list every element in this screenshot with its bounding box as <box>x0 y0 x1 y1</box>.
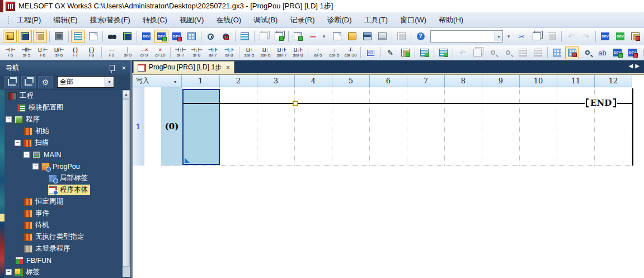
horizontal-line-button[interactable]: —F9 <box>104 45 120 60</box>
menu-diagnostics[interactable]: 诊断(D) <box>321 13 358 27</box>
paste-button[interactable] <box>545 30 559 43</box>
end-instruction[interactable]: END <box>585 98 617 108</box>
vertical-line-button[interactable]: │sF9 <box>120 45 136 60</box>
convert-all-button[interactable] <box>471 46 485 59</box>
tree-item-standby[interactable]: 待机 <box>4 219 123 231</box>
menu-online[interactable]: 在线(O) <box>210 13 247 27</box>
invert-result-rising-button[interactable]: ↑aF5 <box>310 45 326 60</box>
toolbar-overflow[interactable]: ▾ <box>321 34 327 39</box>
element-selection-button[interactable] <box>238 30 252 43</box>
comment-format-dropdown[interactable]: ab <box>595 46 609 59</box>
rising-pulse-branch-button[interactable]: ⊔↑saF5 <box>241 45 257 60</box>
collapse-toggle[interactable]: − <box>15 140 21 146</box>
delete-horizontal-line-button[interactable]: —×cF9 <box>136 45 152 60</box>
open-project-button[interactable] <box>345 30 359 43</box>
menu-window[interactable]: 窗口(W) <box>394 13 433 27</box>
io-check-button[interactable]: ⎓ <box>306 30 320 43</box>
tab-prev-icon[interactable]: ◀ <box>629 63 636 69</box>
menu-tools[interactable]: 工具(T) <box>358 13 394 27</box>
edit-note-button[interactable] <box>436 46 450 59</box>
new-project-button[interactable] <box>330 30 344 43</box>
tree-item-initial[interactable]: 初始 <box>4 125 123 137</box>
falling-pulse-branch-button[interactable]: ⊔↓saF6 <box>257 45 274 60</box>
menu-convert[interactable]: 转换(C) <box>137 13 173 27</box>
scrollbar-thumb[interactable] <box>123 99 130 267</box>
close-contact-button[interactable]: ⊣/⊢sF5 <box>18 45 35 60</box>
pin-icon[interactable] <box>110 65 115 71</box>
menu-project[interactable]: 工程(P) <box>11 13 47 27</box>
delete-rung-button[interactable] <box>531 46 545 59</box>
device-write-mode-button[interactable]: DEV <box>598 30 612 43</box>
menu-edit[interactable]: 编辑(E) <box>47 13 83 27</box>
tree-filter-combobox[interactable]: 全部 ▾ <box>57 76 114 88</box>
menu-search-replace[interactable]: 搜索/替换(F) <box>84 13 137 27</box>
tree-item-program-body[interactable]: 程序本体 <box>4 184 123 196</box>
edit-comment-button[interactable] <box>398 46 412 59</box>
close-icon[interactable]: × <box>121 64 126 72</box>
quick-find-input[interactable] <box>431 32 495 41</box>
device-display-dropdown-button[interactable]: DEV <box>139 30 153 43</box>
application-instruction-button[interactable]: { }F8 <box>83 45 100 60</box>
collapse-toggle[interactable]: − <box>6 269 12 275</box>
device-comment-display-button[interactable]: DEV <box>154 30 168 43</box>
edit-mode-header[interactable]: 写入 ▾ <box>133 75 182 87</box>
save-project-button[interactable] <box>360 30 374 43</box>
monitor-write-mode-button[interactable] <box>628 30 642 43</box>
device-find-button[interactable] <box>580 46 594 59</box>
parameter-button[interactable] <box>52 30 66 43</box>
device-list-button[interactable] <box>185 30 199 43</box>
ladder-cell[interactable] <box>370 87 407 166</box>
tree-item-fb-fun[interactable]: FB/FUN <box>4 255 123 266</box>
tree-item-event[interactable]: 事件 <box>4 208 123 219</box>
wiring-display-button[interactable] <box>550 46 564 59</box>
collapse-toggle[interactable]: − <box>32 163 39 169</box>
verify-button[interactable] <box>257 30 271 43</box>
watch-window2-button[interactable] <box>219 30 233 43</box>
invert-result-falling-button[interactable]: ↓caF5 <box>326 45 342 60</box>
find-button[interactable] <box>105 30 119 43</box>
collapse-toggle[interactable]: − <box>23 152 30 158</box>
open-branch-button[interactable]: ⊔ ⊢F6 <box>35 45 51 60</box>
scroll-up-button[interactable]: ▲ <box>123 90 130 98</box>
edit-ladder-button[interactable]: ✎ <box>383 46 397 59</box>
module-configuration-button[interactable] <box>18 30 32 43</box>
quick-find-combobox[interactable]: ▾ <box>430 30 503 43</box>
edit-test-button[interactable] <box>291 30 305 43</box>
help-button[interactable]: ? <box>413 30 427 43</box>
mode-dropdown-icon[interactable]: ▾ <box>171 77 180 86</box>
menu-help[interactable]: 帮助(H) <box>433 13 469 27</box>
combo-dropdown-button[interactable]: ▾ <box>495 31 502 41</box>
device-comment-button[interactable] <box>33 30 47 43</box>
device-batch-button[interactable]: DEV <box>170 30 184 43</box>
chevron-down-icon[interactable]: ▾ <box>105 77 114 87</box>
ladder-cell[interactable] <box>445 87 482 166</box>
tree-item-unregistered-program[interactable]: 未登录程序 <box>4 243 123 255</box>
edit-statement-button[interactable] <box>417 46 431 59</box>
tree-item-module-config[interactable]: 模块配置图 <box>4 102 123 114</box>
insert-rung-button[interactable] <box>516 46 530 59</box>
navigation-scrollbar[interactable]: ▲ <box>123 90 130 277</box>
rising-pulse-close-button[interactable]: ⊣↑⊦aF7 <box>205 45 221 60</box>
falling-pulse-close-branch-button[interactable]: ⊔↓⊦saF8 <box>290 45 306 60</box>
inline-st-button[interactable]: ST <box>363 45 379 60</box>
menu-view[interactable]: 视图(V) <box>173 13 210 27</box>
menu-debug[interactable]: 调试(B) <box>247 13 284 27</box>
tree-display-dropdown-button[interactable] <box>4 76 19 88</box>
tree-item-local-label[interactable]: 局部标签 <box>4 172 123 184</box>
tree-item-main[interactable]: − MAIN <box>4 149 123 161</box>
collapse-toggle[interactable]: − <box>6 116 12 122</box>
insert-column-left-button[interactable] <box>641 46 644 59</box>
ladder-cell[interactable] <box>407 87 445 166</box>
falling-pulse-close-button[interactable]: ⊣↓⊦aF8 <box>221 45 237 60</box>
ladder-cell[interactable] <box>332 87 370 166</box>
rising-pulse-button[interactable]: ⊣↑⊢sF7 <box>172 45 189 60</box>
coil-button[interactable]: ( )F7 <box>67 45 83 60</box>
find-next-button[interactable] <box>501 46 515 59</box>
tree-item-progpou[interactable]: − ProgPou <box>4 161 123 172</box>
tree-item-fixed-scan[interactable]: 恒定周期 <box>4 196 123 208</box>
selected-cell-cursor[interactable] <box>182 89 220 165</box>
watch-window1-button[interactable] <box>204 30 218 43</box>
toolbar-overflow[interactable]: ▾ <box>505 34 512 39</box>
find-in-window-button[interactable] <box>120 30 134 43</box>
menu-record[interactable]: 记录(R) <box>284 13 321 27</box>
